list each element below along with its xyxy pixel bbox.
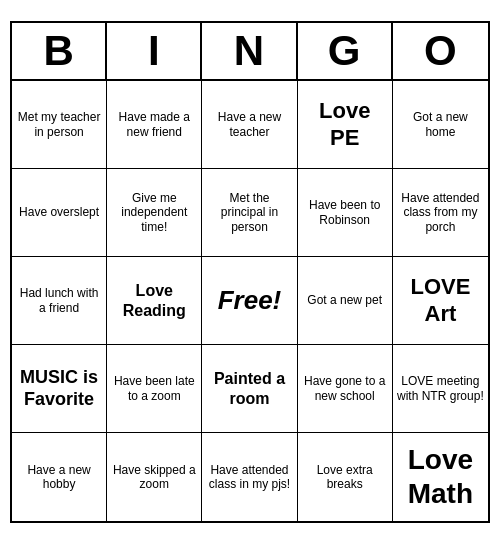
bingo-cell[interactable]: LOVE Art [393,257,488,345]
bingo-cell[interactable]: Have a new hobby [12,433,107,521]
cell-label: Give me independent time! [111,191,197,234]
cell-label: Have been to Robinson [302,198,388,227]
cell-label: Have attended class from my porch [397,191,484,234]
cell-label: Love Reading [111,281,197,319]
cell-label: Free! [218,285,282,316]
bingo-cell[interactable]: Have attended class from my porch [393,169,488,257]
cell-label: Have made a new friend [111,110,197,139]
cell-label: Have a new hobby [16,463,102,492]
cell-label: Had lunch with a friend [16,286,102,315]
cell-label: Have attended class in my pjs! [206,463,292,492]
bingo-grid: Met my teacher in personHave made a new … [12,81,488,521]
cell-label: Love Math [397,443,484,510]
cell-label: Met the principal in person [206,191,292,234]
bingo-cell[interactable]: Have been to Robinson [298,169,393,257]
cell-label: Painted a room [206,369,292,407]
bingo-cell[interactable]: Love Reading [107,257,202,345]
cell-label: Love extra breaks [302,463,388,492]
bingo-cell[interactable]: LOVE meeting with NTR group! [393,345,488,433]
bingo-cell[interactable]: Have gone to a new school [298,345,393,433]
bingo-cell[interactable]: Have been late to a zoom [107,345,202,433]
header-letter: O [393,23,488,79]
cell-label: Met my teacher in person [16,110,102,139]
header-letter: N [202,23,297,79]
bingo-cell[interactable]: Got a new pet [298,257,393,345]
header-letter: B [12,23,107,79]
bingo-cell[interactable]: Got a new home [393,81,488,169]
bingo-cell[interactable]: Free! [202,257,297,345]
bingo-header: BINGO [12,23,488,81]
bingo-cell[interactable]: Love PE [298,81,393,169]
bingo-cell[interactable]: Have attended class in my pjs! [202,433,297,521]
cell-label: Got a new pet [307,293,382,307]
bingo-cell[interactable]: Met the principal in person [202,169,297,257]
bingo-cell[interactable]: Have overslept [12,169,107,257]
header-letter: I [107,23,202,79]
cell-label: LOVE Art [397,274,484,327]
bingo-cell[interactable]: MUSIC is Favorite [12,345,107,433]
bingo-cell[interactable]: Met my teacher in person [12,81,107,169]
bingo-cell[interactable]: Have a new teacher [202,81,297,169]
cell-label: LOVE meeting with NTR group! [397,374,484,403]
bingo-cell[interactable]: Have made a new friend [107,81,202,169]
bingo-card: BINGO Met my teacher in personHave made … [10,21,490,523]
cell-label: Have been late to a zoom [111,374,197,403]
bingo-cell[interactable]: Had lunch with a friend [12,257,107,345]
cell-label: Love PE [302,98,388,151]
cell-label: Have overslept [19,205,99,219]
cell-label: MUSIC is Favorite [16,367,102,410]
cell-label: Have skipped a zoom [111,463,197,492]
cell-label: Have a new teacher [206,110,292,139]
bingo-cell[interactable]: Give me independent time! [107,169,202,257]
bingo-cell[interactable]: Have skipped a zoom [107,433,202,521]
header-letter: G [298,23,393,79]
cell-label: Have gone to a new school [302,374,388,403]
bingo-cell[interactable]: Painted a room [202,345,297,433]
bingo-cell[interactable]: Love Math [393,433,488,521]
bingo-cell[interactable]: Love extra breaks [298,433,393,521]
cell-label: Got a new home [397,110,484,139]
